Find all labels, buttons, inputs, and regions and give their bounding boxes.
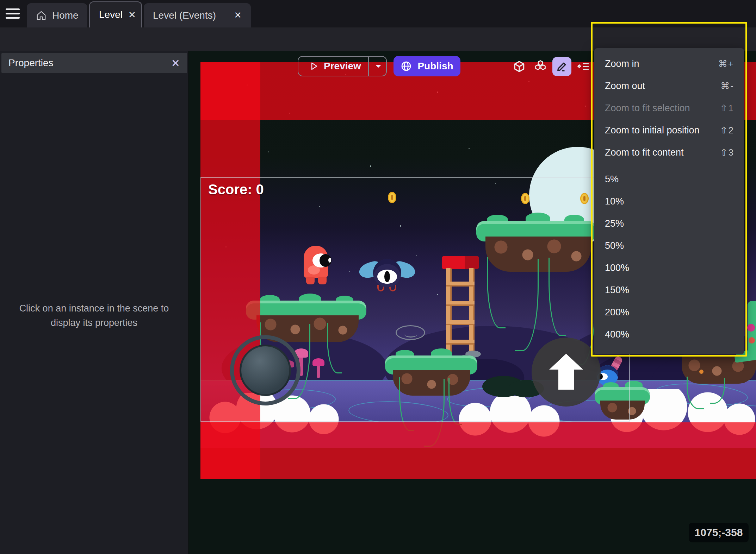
tab-home[interactable]: Home: [27, 3, 87, 27]
globe-icon: [401, 61, 412, 72]
tab-level-events-label: Level (Events): [153, 10, 216, 21]
tab-level-events[interactable]: Level (Events) ✕: [144, 3, 251, 27]
preview-split-divider: [368, 57, 369, 76]
properties-panel-close-icon[interactable]: ✕: [171, 57, 180, 69]
star: [370, 165, 371, 167]
object-groups-button[interactable]: [533, 59, 548, 74]
properties-empty-message: Click on an instance in the scene to dis…: [10, 301, 178, 330]
publish-button[interactable]: Publish: [394, 56, 460, 76]
star: [469, 148, 470, 149]
gdevelop-editor-window: Score: 0 1075;-358 Home Level ✕ Level (E…: [0, 0, 756, 554]
pencil-icon: [556, 60, 568, 73]
vine: [710, 378, 725, 404]
publish-button-label: Publish: [417, 61, 453, 72]
mushroom-cap: [747, 324, 755, 332]
joystick-knob[interactable]: [240, 345, 291, 396]
edit-tool-button[interactable]: [552, 57, 571, 76]
cursor-coordinates-badge: 1075;-358: [689, 523, 749, 542]
jump-button[interactable]: [532, 338, 601, 407]
objects-panel-button[interactable]: [512, 59, 527, 74]
home-icon: [36, 10, 47, 21]
instances-list-button[interactable]: [576, 59, 591, 74]
preview-button[interactable]: Preview: [298, 56, 387, 76]
tab-level-close-icon[interactable]: ✕: [128, 10, 136, 20]
highlight-annotation-box: [591, 22, 747, 357]
star: [268, 151, 269, 152]
properties-panel-header: Properties ✕: [1, 53, 187, 73]
tab-level-label: Level: [99, 9, 123, 20]
tab-home-label: Home: [52, 10, 79, 21]
tab-level[interactable]: Level ✕: [89, 1, 142, 27]
mushroom-cap: [749, 337, 755, 344]
up-arrow-icon: [549, 354, 583, 390]
berry: [699, 370, 704, 374]
score-text: Score: 0: [208, 182, 264, 197]
red-overlay-bottom-band: [200, 422, 756, 479]
preview-button-label: Preview: [324, 61, 361, 72]
hanging-platform: [682, 355, 756, 401]
instances-list-icon: [576, 59, 590, 74]
cube-icon: [513, 60, 526, 73]
properties-panel: Properties ✕ Click on an instance in the…: [0, 51, 188, 554]
preview-options-caret[interactable]: [374, 62, 383, 71]
tab-level-events-close-icon[interactable]: ✕: [234, 10, 242, 21]
play-icon: [309, 61, 319, 71]
object-groups-icon: [533, 59, 548, 74]
properties-panel-title: Properties: [8, 57, 54, 69]
hamburger-icon: [6, 8, 20, 10]
main-menu-button[interactable]: [6, 7, 21, 20]
